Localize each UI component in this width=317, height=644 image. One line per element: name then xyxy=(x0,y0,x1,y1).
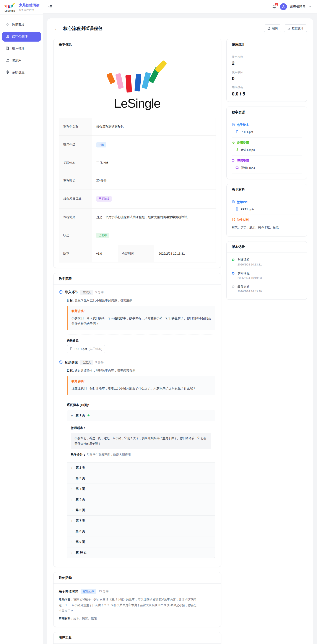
ppt-file-icon xyxy=(235,207,239,211)
bar-chart-icon xyxy=(287,27,290,30)
family-extension-badge: 家庭延伸 xyxy=(81,589,96,594)
student-materials-list: 彩笔、剪刀、胶水、彩色卡纸、贴纸 xyxy=(232,225,302,230)
chevron-right-icon: › xyxy=(71,551,73,554)
card-title: 数字资源 xyxy=(227,107,307,118)
app-layout: LeSingle 少儿智慧阅读 服务管理后台 数据看板 课程包管理 租户管理 xyxy=(0,0,317,644)
sidebar-menu: 数据看板 课程包管理 租户管理 资源库 系统设置 xyxy=(0,15,43,82)
table-row: 状态 已发布 xyxy=(59,226,216,245)
card-title: 使用统计 xyxy=(227,39,307,50)
flow-section-header: 师幼共读 自定义 5 分钟 xyxy=(59,360,216,365)
notification-count-badge: 5 xyxy=(274,2,278,6)
accordion-page-7-header[interactable]: ›第 7 页 xyxy=(67,515,215,526)
page-scripts-accordion: ∨ 第 1 页 教师话术： 小朋友们，看这一页，这是三只小猪，它们长大了，要离开… xyxy=(67,410,215,558)
page-title: 核心流程测试课程包 xyxy=(63,26,102,32)
edit-square-icon xyxy=(232,218,235,222)
main-area: 5 超级管理员 ← 核心流程测试课程包 xyxy=(43,0,317,644)
course-cover-logo: LeSingle xyxy=(54,50,221,118)
sidebar-item-dashboard[interactable]: 数据看板 xyxy=(2,20,41,30)
accordion-page-10-header[interactable]: ›第 10 页 xyxy=(67,547,215,558)
flow-section-header: 导入环节 自定义 5 分钟 xyxy=(59,290,216,295)
left-column: 基本信息 LeSingle 课程包名称 核心流程测试课程包 xyxy=(53,39,221,644)
lesingle-logo-mark-icon xyxy=(105,59,170,95)
flow-section-body: 目标: 通过共读绘本，理解故事内容，培养阅读兴趣 教师讲稿: 现在让我们一起打开… xyxy=(61,367,216,560)
table-row: 课程包名称 核心流程测试课程包 xyxy=(59,118,216,136)
resource-file-item[interactable]: 视频1.mp4 xyxy=(232,166,302,174)
grade-badge: 中班 xyxy=(96,142,106,148)
accordion-page-3-header[interactable]: ›第 3 页 xyxy=(67,473,215,484)
activity-materials: 所需材料：绘本、彩笔、纸张 xyxy=(59,616,197,622)
user-avatar[interactable] xyxy=(280,3,287,10)
sidebar-item-settings[interactable]: 系统设置 xyxy=(2,68,41,77)
sidebar-item-tenants[interactable]: 租户管理 xyxy=(2,44,41,54)
sidebar-item-resources[interactable]: 资源库 xyxy=(2,56,41,66)
chevron-right-icon: › xyxy=(71,498,73,501)
flow-section-body: 目标: 激发学生对三只小猪故事的兴趣，引出主题 教师讲稿: 小朋友们，今天我们要… xyxy=(61,297,216,355)
accordion-page-4-header[interactable]: ›第 4 页 xyxy=(67,484,215,494)
lesingle-logo-icon: LeSingle xyxy=(3,2,17,12)
sidebar-item-label: 系统设置 xyxy=(12,70,25,74)
course-cover-logo-text: LeSingle xyxy=(54,96,221,110)
stat-item: 平均评分 0.0 / 5 xyxy=(232,86,302,97)
teacher-script-box: 教师讲稿: 小朋友们，今天我们要听一个有趣的故事，故事里有三只可爱的小猪，它们要… xyxy=(67,306,215,330)
card-title: 教学流程 xyxy=(54,273,221,284)
data-statistics-button[interactable]: 数据统计 xyxy=(284,24,307,32)
sidebar-item-course-packages[interactable]: 课程包管理 xyxy=(2,32,41,42)
page-content: ← 核心流程测试课程包 编辑 数据统计 xyxy=(43,14,317,644)
dashed-divider xyxy=(67,399,215,399)
sidebar-item-label: 数据看板 xyxy=(12,23,25,27)
topbar-right: 5 超级管理员 xyxy=(271,3,311,10)
accordion-page-6-header[interactable]: ›第 6 页 xyxy=(67,505,215,515)
document-icon xyxy=(232,123,235,127)
timeline-dot-gray xyxy=(232,286,234,288)
accordion-page-1-header[interactable]: ∨ 第 1 页 xyxy=(67,410,215,421)
sidebar-item-label: 资源库 xyxy=(12,58,22,62)
status-badge: 已发布 xyxy=(96,233,109,238)
chevron-right-icon: › xyxy=(71,540,73,544)
table-row: 关联绘本 三只小猪 xyxy=(59,154,216,172)
folder-icon xyxy=(6,58,9,63)
digital-resources-card: 数字资源 电子绘本 PDF1.pdf xyxy=(226,106,307,179)
accordion-page-1-body: 教师话术： 小朋友们，看这一页，这是三只小猪，它们长大了，要离开妈妈自己盖房子住… xyxy=(67,421,215,462)
teaching-materials-card: 教学材料 教学PPT PPT1.pptx xyxy=(226,184,307,236)
custom-badge: 自定义 xyxy=(80,360,93,365)
accordion-page-8-header[interactable]: ›第 8 页 xyxy=(67,526,215,536)
page-container: ← 核心流程测试课程包 编辑 数据统计 xyxy=(47,18,313,644)
usage-stats-card: 使用统计 使用次数 2 使用教师 0 xyxy=(226,39,307,102)
page-title-row: ← 核心流程测试课程包 编辑 数据统计 xyxy=(53,24,307,32)
timeline-connector xyxy=(233,261,233,271)
brand-logo-text: LeSingle xyxy=(3,9,17,12)
materials-group-student: 学生材料 彩笔、剪刀、胶水、彩色卡纸、贴纸 xyxy=(232,218,302,230)
notification-bell-icon[interactable]: 5 xyxy=(271,4,277,10)
chevron-right-icon: › xyxy=(71,476,73,480)
accordion-page-5-header[interactable]: ›第 5 页 xyxy=(67,494,215,505)
duration-label: 5 分钟 xyxy=(95,360,104,364)
dashed-divider xyxy=(67,334,215,335)
teaching-flow-card: 教学流程 导入环节 自定义 5 分钟 目标: 激发 xyxy=(53,273,221,567)
chevron-right-icon: › xyxy=(71,530,73,533)
card-title: 版本记录 xyxy=(227,242,307,253)
resource-file-item[interactable]: 音乐1.mp3 xyxy=(232,148,302,156)
resource-file-item[interactable]: PDF1.pdf xyxy=(232,130,302,138)
linked-resource-chip[interactable]: PDF1.pdf (电子绘本) xyxy=(67,345,105,353)
page-scripts-label: 逐页脚本 (10页): xyxy=(67,403,215,407)
accordion-page-9-header[interactable]: ›第 9 页 xyxy=(67,536,215,547)
pdf-file-icon xyxy=(235,130,239,134)
table-row: 课程时长 20 分钟 xyxy=(59,172,216,190)
edit-button[interactable]: 编辑 xyxy=(264,24,281,32)
user-name[interactable]: 超级管理员 xyxy=(290,5,306,9)
resource-file-item[interactable]: PPT1.pptx xyxy=(232,207,302,215)
back-arrow-icon[interactable]: ← xyxy=(53,25,60,32)
basic-info-table: 课程包名称 核心流程测试课程包 适用年级 中班 关联绘本 xyxy=(59,118,216,262)
clock-icon xyxy=(59,360,63,365)
dashboard-grid-icon xyxy=(6,22,9,27)
sidebar-collapse-icon[interactable] xyxy=(47,4,54,10)
accordion-page-2-header[interactable]: ›第 2 页 xyxy=(67,462,215,473)
timeline-dot-blue xyxy=(232,272,234,274)
timeline-item: 最后更新 2026/2/24 14:43:39 xyxy=(232,285,302,294)
sidebar-item-label: 课程包管理 xyxy=(12,35,28,39)
brand-text: 少儿智慧阅读 服务管理后台 xyxy=(19,3,40,12)
duration-label: 15 分钟 xyxy=(99,590,109,593)
chevron-down-icon[interactable] xyxy=(308,6,311,8)
timeline-item: 创建课程 2026/2/24 10:13:31 xyxy=(232,258,302,271)
goal-text: 通过共读绘本，理解故事内容，培养阅读兴趣 xyxy=(75,369,135,372)
